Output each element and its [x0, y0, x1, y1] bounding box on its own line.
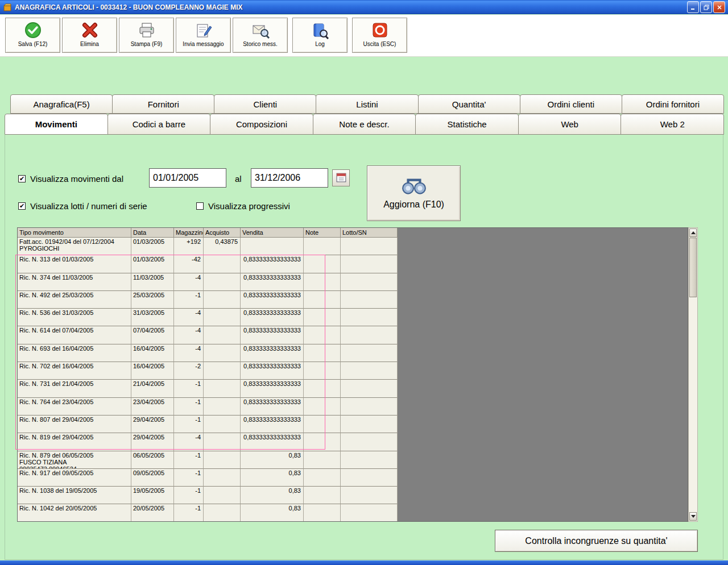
tab-quantita[interactable]: Quantita': [418, 94, 520, 114]
minimize-button[interactable]: [687, 1, 699, 13]
up-arrow-icon: [691, 231, 696, 234]
table-row[interactable]: Ric. N. 917 del 09/05/200509/05/2005-10,…: [18, 469, 688, 487]
tab-codici-a-barre[interactable]: Codici a barre: [107, 114, 211, 135]
toolbar-button-salva-f12[interactable]: Salva (F12): [5, 18, 60, 53]
table-row[interactable]: Ric. N. 693 del 16/04/200516/04/2005-40,…: [18, 344, 688, 362]
cell-acquisto: [204, 433, 241, 451]
cell-lotto: [341, 433, 398, 451]
cell-magazzino: -4: [174, 309, 204, 326]
tab-web[interactable]: Web: [518, 114, 622, 135]
tab-fornitori[interactable]: Fornitori: [112, 94, 214, 114]
cell-acquisto: [204, 398, 241, 416]
tab-note-e-descr[interactable]: Note e descr.: [313, 114, 416, 135]
tab-ordini-clienti[interactable]: Ordini clienti: [520, 94, 622, 114]
column-header-note[interactable]: Note: [304, 228, 341, 238]
delete-x-icon: [81, 21, 99, 39]
cell-tipo: Ric. N. 313 del 01/03/2005: [18, 255, 131, 273]
movements-table: Tipo movimentoDataMagazzinoAcquistoVendi…: [17, 227, 698, 522]
app-icon: [3, 3, 12, 12]
table-row[interactable]: Ric. N. 492 del 25/03/200525/03/2005-10,…: [18, 291, 688, 309]
close-button[interactable]: [713, 1, 725, 13]
table-row[interactable]: Ric. N. 313 del 01/03/200501/03/2005-420…: [18, 255, 688, 273]
cell-tipo: Ric. N. 536 del 31/03/2005: [18, 309, 131, 326]
cell-acquisto: [204, 362, 241, 380]
column-header-tipo-movimento[interactable]: Tipo movimento: [18, 228, 131, 238]
table-row[interactable]: Ric. N. 879 del 06/05/2005 FUSCO TIZIANA…: [18, 451, 688, 469]
window-controls: [687, 1, 725, 13]
table-row[interactable]: Ric. N. 702 del 16/04/200516/04/2005-20,…: [18, 362, 688, 380]
cell-note: [304, 309, 341, 326]
toolbar-button-log[interactable]: Log: [292, 18, 348, 53]
cell-acquisto: [204, 344, 241, 362]
toolbar-button-invia-messaggio[interactable]: Invia messaggio: [176, 18, 231, 53]
cell-data: 21/04/2005: [131, 380, 174, 397]
compose-message-icon: [195, 21, 213, 39]
aggiorna-button[interactable]: Aggiorna (F10): [367, 165, 461, 221]
column-header-vendita[interactable]: Vendita: [241, 228, 304, 238]
column-header-acquisto[interactable]: Acquisto: [204, 228, 241, 238]
toolbar-button-elimina[interactable]: Elimina: [62, 18, 117, 53]
cell-note: [304, 504, 341, 522]
controlla-incongruenze-button[interactable]: Controlla incongruenze su quantita': [495, 530, 698, 552]
printer-icon: [138, 21, 156, 39]
table-row[interactable]: Ric. N. 1042 del 20/05/200520/05/2005-10…: [18, 504, 688, 522]
vertical-scrollbar[interactable]: [688, 227, 698, 522]
toolbar-button-storico-mess[interactable]: Storico mess.: [233, 18, 288, 53]
visualizza-lotti-checkbox[interactable]: [18, 202, 26, 210]
tab-web-2[interactable]: Web 2: [621, 114, 724, 135]
column-header-lotto-sn[interactable]: Lotto/SN: [341, 228, 398, 238]
cell-vendita: 0,833333333333333: [241, 309, 304, 326]
table-row[interactable]: Ric. N. 807 del 29/04/200529/04/2005-10,…: [18, 416, 688, 433]
column-header-data[interactable]: Data: [131, 228, 174, 238]
tab-statistiche[interactable]: Statistiche: [415, 114, 519, 135]
tab-ordini-fornitori[interactable]: Ordini fornitori: [622, 94, 724, 114]
table-row[interactable]: Ric. N. 731 del 21/04/200521/04/2005-10,…: [18, 380, 688, 397]
cell-lotto: [341, 326, 398, 344]
tab-row-2: MovimentiCodici a barreComposizioniNote …: [5, 114, 723, 135]
tab-clienti[interactable]: Clienti: [214, 94, 316, 114]
tab-anagrafica-f5[interactable]: Anagrafica(F5): [10, 94, 113, 114]
toolbar-button-label: Uscita (ESC): [363, 41, 396, 47]
scroll-up-button[interactable]: [689, 229, 697, 237]
visualizza-movimenti-checkbox[interactable]: [18, 175, 26, 182]
tab-listini[interactable]: Listini: [316, 94, 418, 114]
table-row[interactable]: Ric. N. 536 del 31/03/200531/03/2005-40,…: [18, 309, 688, 326]
toolbar-button-uscita-esc[interactable]: Uscita (ESC): [352, 18, 407, 53]
cell-vendita: 0,833333333333333: [241, 344, 304, 362]
tab-movimenti[interactable]: Movimenti: [5, 114, 108, 135]
date-from-input[interactable]: [149, 168, 226, 188]
cell-lotto: [341, 504, 398, 522]
restore-button[interactable]: [700, 1, 712, 13]
cell-data: 31/03/2005: [131, 309, 174, 326]
cell-note: [304, 416, 341, 433]
cell-tipo: Ric. N. 693 del 16/04/2005: [18, 344, 131, 362]
cell-vendita: 0,833333333333333: [241, 362, 304, 380]
cell-tipo: Ric. N. 917 del 09/05/2005: [18, 469, 131, 487]
cell-vendita: 0,833333333333333: [241, 433, 304, 451]
calendar-button[interactable]: [332, 169, 350, 186]
table-row[interactable]: Ric. N. 374 del 11/03/200511/03/2005-40,…: [18, 273, 688, 291]
toolbar-button-stampa-f9[interactable]: Stampa (F9): [119, 18, 174, 53]
table-row[interactable]: Ric. N. 764 del 23/04/200523/04/2005-10,…: [18, 398, 688, 416]
column-header-magazzino[interactable]: Magazzino: [174, 228, 204, 238]
date-to-input[interactable]: [251, 168, 328, 188]
cell-data: 23/04/2005: [131, 398, 174, 416]
table-row[interactable]: Ric. N. 819 del 29/04/200529/04/2005-40,…: [18, 433, 688, 451]
table-row[interactable]: Ric. N. 614 del 07/04/200507/04/2005-40,…: [18, 326, 688, 344]
cell-vendita: 0,83: [241, 487, 304, 504]
cell-lotto: [341, 380, 398, 397]
cell-lotto: [341, 416, 398, 433]
cell-vendita: 0,833333333333333: [241, 380, 304, 397]
cell-vendita: 0,833333333333333: [241, 255, 304, 273]
visualizza-progressivi-checkbox[interactable]: [196, 202, 204, 210]
cell-vendita: 0,833333333333333: [241, 273, 304, 291]
table-row[interactable]: Ric. N. 1038 del 19/05/200519/05/2005-10…: [18, 487, 688, 504]
cell-magazzino: -4: [174, 326, 204, 344]
scroll-thumb[interactable]: [689, 238, 697, 297]
cell-magazzino: -4: [174, 344, 204, 362]
table-row[interactable]: Fatt.acc. 01942/04 del 07/12/2004 PYROGI…: [18, 238, 688, 255]
cell-acquisto: [204, 273, 241, 291]
scroll-down-button[interactable]: [689, 512, 697, 521]
cell-vendita: 0,833333333333333: [241, 291, 304, 309]
tab-composizioni[interactable]: Composizioni: [210, 114, 313, 135]
